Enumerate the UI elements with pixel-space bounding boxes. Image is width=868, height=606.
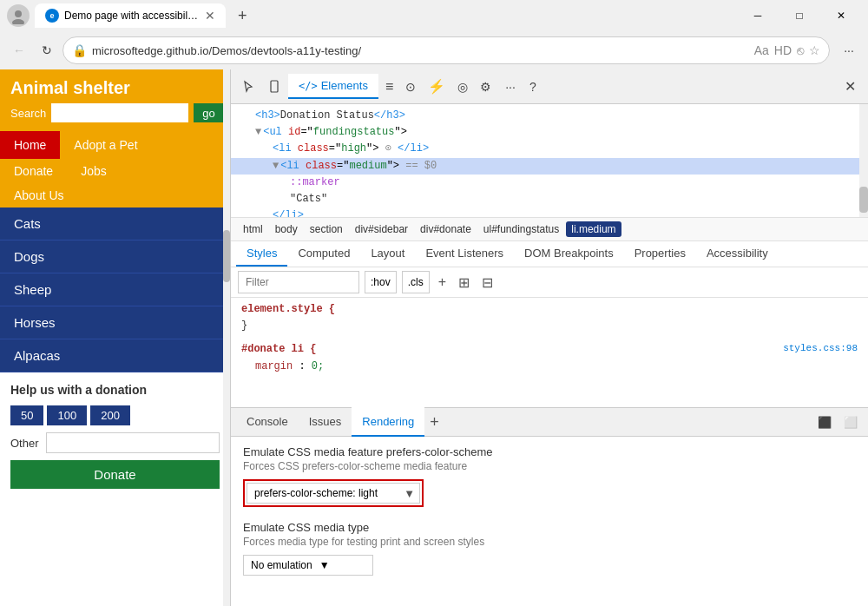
- breadcrumb-item[interactable]: html: [238, 221, 268, 237]
- rendering-section-1: Emulate CSS media feature prefers-color-…: [243, 445, 856, 507]
- nav-about[interactable]: About Us: [14, 188, 216, 202]
- donation-amount-button[interactable]: 200: [90, 405, 130, 425]
- source-scrollbar[interactable]: [859, 104, 868, 217]
- breadcrumb-item[interactable]: li.medium: [566, 221, 621, 237]
- new-tab-button[interactable]: +: [231, 3, 254, 29]
- nav-icons: ···: [837, 38, 861, 63]
- memory-icon-btn[interactable]: ◎: [452, 76, 473, 97]
- maximize-button[interactable]: □: [779, 0, 819, 31]
- website-scrollbar[interactable]: [223, 69, 230, 606]
- search-input[interactable]: [51, 103, 188, 122]
- elements-icon: </>: [299, 80, 318, 92]
- sub-tab-accessibility[interactable]: Accessibility: [696, 241, 779, 267]
- lock-icon: 🔒: [72, 43, 87, 57]
- avatar[interactable]: [7, 4, 30, 27]
- breadcrumb-item[interactable]: div#donate: [415, 221, 477, 237]
- back-button[interactable]: ←: [7, 38, 31, 63]
- html-line-7[interactable]: </li>: [231, 207, 868, 217]
- breadcrumb-item[interactable]: body: [270, 221, 303, 237]
- nav-jobs[interactable]: Jobs: [67, 159, 121, 183]
- add-tab-button[interactable]: +: [424, 413, 444, 431]
- nav-donate[interactable]: Donate: [0, 159, 67, 183]
- feature2-name: Emulate CSS media type: [243, 521, 856, 534]
- devtools-toolbar: </> Elements ≡ ⊙ ⚡ ◎ ⚙ ··· ? ✕: [231, 69, 868, 104]
- title-bar: e Demo page with accessibility iss... ✕ …: [0, 0, 868, 31]
- device-tool-button[interactable]: [262, 76, 286, 97]
- favorites-icon: ☆: [809, 43, 820, 57]
- breadcrumb-item[interactable]: ul#fundingstatus: [478, 221, 564, 237]
- other-amount-input[interactable]: [46, 432, 220, 453]
- nav-home[interactable]: Home: [0, 131, 60, 159]
- sub-tabs: StylesComputedLayoutEvent ListenersDOM B…: [231, 241, 868, 267]
- sub-tab-layout[interactable]: Layout: [360, 241, 415, 267]
- hov-button[interactable]: :hov: [365, 271, 397, 293]
- more-tools-btn[interactable]: ···: [498, 76, 523, 97]
- html-line-1[interactable]: <h3>Donation Status</h3>: [231, 108, 868, 124]
- donation-amount-button[interactable]: 100: [47, 405, 87, 425]
- donation-amount-button[interactable]: 50: [10, 405, 43, 425]
- close-button[interactable]: ✕: [821, 0, 861, 31]
- layout-button[interactable]: ⊟: [478, 273, 496, 293]
- sub-tab-properties[interactable]: Properties: [624, 241, 696, 267]
- html-line-4-selected[interactable]: ▼ <li class="medium"> == $0: [231, 158, 868, 175]
- animal-item[interactable]: Cats: [0, 207, 230, 240]
- bottom-tab-rendering[interactable]: Rendering: [352, 407, 424, 437]
- search-go-button[interactable]: go: [194, 103, 223, 122]
- refresh-button[interactable]: ↻: [35, 38, 59, 63]
- feature1-name: Emulate CSS media feature prefers-color-…: [243, 445, 856, 458]
- console-icon-btn[interactable]: ≡: [380, 76, 398, 98]
- close-devtools-btn[interactable]: ✕: [838, 75, 863, 98]
- animal-item[interactable]: Horses: [0, 306, 230, 339]
- more-button[interactable]: ···: [837, 38, 861, 63]
- settings-icon-btn[interactable]: ⚙: [475, 76, 496, 97]
- bottom-tab-console[interactable]: Console: [236, 407, 299, 437]
- html-line-2[interactable]: ▼ <ul id="fundingstatus">: [231, 124, 868, 141]
- window-controls: ─ □ ✕: [738, 0, 861, 31]
- sub-tab-computed[interactable]: Computed: [287, 241, 360, 267]
- tab-close-icon[interactable]: ✕: [205, 9, 215, 23]
- minimize-button[interactable]: ─: [738, 0, 778, 31]
- toggle-button[interactable]: ⊞: [455, 273, 473, 293]
- expand-arrow[interactable]: ▼: [273, 158, 279, 175]
- help-btn[interactable]: ?: [524, 76, 542, 97]
- color-scheme-select-wrapper: prefers-color-scheme: lightprefers-color…: [243, 479, 424, 507]
- animal-item[interactable]: Sheep: [0, 273, 230, 306]
- nav-adopt[interactable]: Adopt a Pet: [60, 131, 151, 159]
- search-row: Search go: [10, 103, 220, 122]
- html-line-6[interactable]: "Cats": [231, 191, 868, 207]
- breadcrumb-item[interactable]: div#sidebar: [350, 221, 413, 237]
- add-style-button[interactable]: +: [435, 273, 450, 292]
- active-tab[interactable]: e Demo page with accessibility iss... ✕: [35, 3, 226, 28]
- sub-tab-event listeners[interactable]: Event Listeners: [415, 241, 514, 267]
- styles-area: :hov .cls + ⊞ ⊟ element.style { } #donat…: [231, 267, 868, 407]
- share-icon: ⎋: [797, 43, 804, 57]
- donate-button[interactable]: Donate: [10, 460, 220, 489]
- collapse-arrow[interactable]: ▼: [255, 124, 261, 141]
- cursor-tool-button[interactable]: [236, 76, 260, 97]
- sub-tab-dom breakpoints[interactable]: DOM Breakpoints: [514, 241, 624, 267]
- sub-tab-styles[interactable]: Styles: [236, 241, 287, 267]
- dock-side-button[interactable]: ⬛: [812, 412, 837, 432]
- html-line-3[interactable]: <li class="high"> ⊙ </li>: [231, 141, 868, 157]
- undock-button[interactable]: ⬜: [838, 412, 863, 432]
- network-icon-btn[interactable]: ⊙: [400, 76, 421, 97]
- animal-item[interactable]: Dogs: [0, 240, 230, 273]
- cls-button[interactable]: .cls: [402, 271, 430, 293]
- address-bar[interactable]: 🔒 microsoftedge.github.io/Demos/devtools…: [62, 36, 830, 64]
- website-pane: Animal shelter Search go Home Adopt a Pe…: [0, 69, 230, 606]
- bottom-tabs: ConsoleIssuesRendering+⬛⬜: [231, 407, 868, 437]
- html-line-5[interactable]: ::marker: [231, 175, 868, 191]
- color-scheme-select[interactable]: prefers-color-scheme: lightprefers-color…: [247, 483, 420, 504]
- breadcrumb-item[interactable]: section: [305, 221, 348, 237]
- html-source: <h3>Donation Status</h3> ▼ <ul id="fundi…: [231, 104, 868, 217]
- breadcrumb-bar: htmlbodysectiondiv#sidebardiv#donateul#f…: [231, 217, 868, 241]
- css-file-link[interactable]: styles.css:98: [783, 341, 858, 357]
- filter-input[interactable]: [238, 271, 359, 293]
- media-type-select-wrapper[interactable]: No emulation ▼: [243, 555, 373, 576]
- title-bar-left: e Demo page with accessibility iss... ✕ …: [7, 3, 254, 29]
- donation-section: Help us with a donation 50100200 Other D…: [0, 372, 230, 499]
- tab-elements[interactable]: </> Elements: [288, 74, 378, 99]
- performance-icon-btn[interactable]: ⚡: [423, 75, 450, 98]
- bottom-tab-issues[interactable]: Issues: [299, 407, 352, 437]
- animal-item[interactable]: Alpacas: [0, 339, 230, 372]
